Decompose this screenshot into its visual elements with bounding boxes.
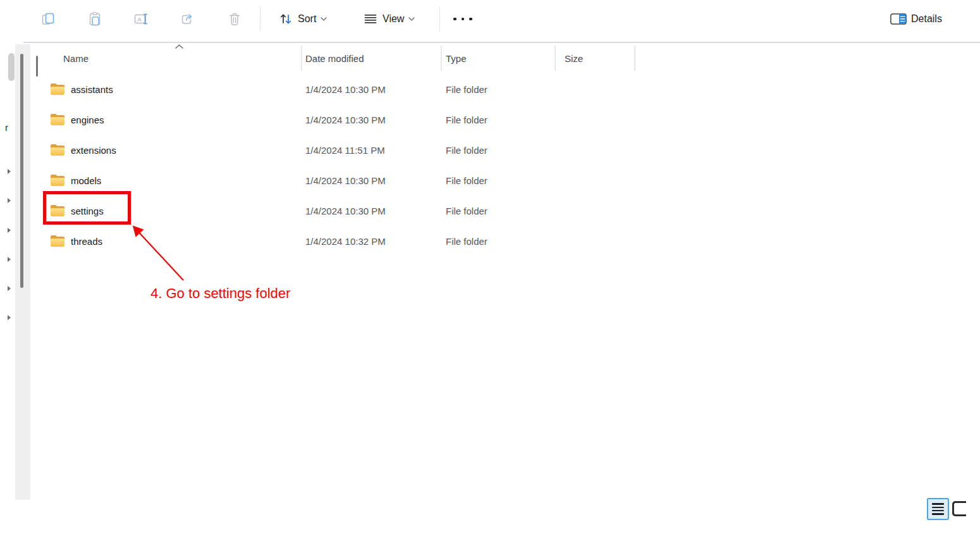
command-toolbar: A Sort — [0, 0, 980, 42]
tree-expand-chevron-icon[interactable] — [8, 286, 11, 291]
file-date-modified: 1/4/2024 11:51 PM — [305, 135, 385, 165]
delete-button[interactable] — [222, 6, 247, 32]
folder-icon — [51, 104, 64, 135]
toolbar-separator — [439, 7, 440, 31]
tree-expand-chevron-icon[interactable] — [8, 315, 11, 320]
table-row-assistants[interactable]: assistants 1/4/2024 10:30 PM File folder — [35, 74, 857, 104]
copy-button[interactable] — [35, 6, 61, 32]
view-button-label: View — [383, 13, 404, 25]
more-options-button[interactable] — [449, 6, 477, 32]
sort-arrows-icon — [278, 11, 293, 27]
trash-icon — [227, 11, 242, 27]
details-pane-button[interactable]: Details — [885, 6, 947, 32]
table-row-engines[interactable]: engines 1/4/2024 10:30 PM File folder — [35, 104, 857, 135]
file-name: engines — [71, 104, 104, 135]
svg-text:A: A — [137, 16, 142, 23]
file-type: File folder — [446, 165, 487, 196]
sort-button-label: Sort — [298, 13, 316, 25]
scrollbar-thumb[interactable] — [20, 54, 23, 288]
chevron-down-icon — [408, 17, 415, 22]
paste-icon — [87, 11, 102, 27]
share-button[interactable] — [175, 6, 200, 32]
file-date-modified: 1/4/2024 10:30 PM — [305, 74, 386, 104]
column-divider[interactable] — [554, 46, 556, 71]
column-divider[interactable] — [634, 46, 635, 71]
thumbnail-view-toggle-button[interactable] — [952, 501, 966, 516]
folder-icon — [51, 74, 64, 104]
toolbar-divider — [23, 42, 980, 43]
view-lines-icon — [363, 11, 378, 27]
folder-icon — [51, 165, 64, 196]
share-icon — [180, 11, 195, 27]
file-type: File folder — [446, 74, 487, 104]
tree-expand-chevron-icon[interactable] — [8, 169, 11, 174]
file-name: assistants — [71, 74, 113, 104]
tree-expand-chevron-icon[interactable] — [8, 228, 11, 233]
folder-icon — [51, 196, 64, 226]
table-row-threads[interactable]: threads 1/4/2024 10:32 PM File folder — [35, 226, 857, 256]
tree-expand-chevron-icon[interactable] — [8, 198, 11, 203]
details-view-toggle-button[interactable] — [927, 498, 949, 520]
details-pane-label: Details — [911, 13, 942, 25]
file-type: File folder — [446, 104, 487, 135]
file-date-modified: 1/4/2024 10:32 PM — [305, 226, 386, 256]
file-name: extensions — [71, 135, 116, 165]
annotation-step-text: 4. Go to settings folder — [150, 285, 290, 302]
sort-ascending-caret-icon — [175, 44, 184, 49]
nav-scrollbar-thumb[interactable] — [8, 53, 15, 81]
details-view-icon — [932, 503, 944, 505]
details-pane-icon — [890, 13, 907, 25]
file-date-modified: 1/4/2024 10:30 PM — [305, 196, 386, 226]
view-button[interactable]: View — [358, 6, 420, 32]
file-name: threads — [71, 226, 102, 256]
column-divider[interactable] — [301, 46, 302, 71]
copy-icon — [40, 11, 56, 27]
rename-icon: A — [133, 11, 149, 27]
more-options-icon — [453, 18, 472, 21]
file-date-modified: 1/4/2024 10:30 PM — [305, 165, 386, 196]
table-row-models[interactable]: models 1/4/2024 10:30 PM File folder — [35, 165, 857, 196]
file-name: models — [71, 165, 101, 196]
column-header-name[interactable]: Name — [63, 46, 89, 71]
chevron-down-icon — [321, 17, 327, 22]
folder-icon — [51, 226, 64, 256]
toolbar-separator — [260, 7, 260, 31]
column-header-date-modified[interactable]: Date modified — [305, 46, 364, 71]
file-explorer-window: A Sort — [0, 0, 980, 534]
column-divider[interactable] — [441, 46, 442, 71]
folder-icon — [51, 135, 64, 165]
tree-expand-chevron-icon[interactable] — [8, 257, 11, 262]
column-header-size[interactable]: Size — [565, 46, 583, 71]
file-date-modified: 1/4/2024 10:30 PM — [305, 104, 386, 135]
file-type: File folder — [446, 135, 487, 165]
file-name: settings — [71, 196, 104, 226]
sort-button[interactable]: Sort — [273, 6, 332, 32]
table-row-extensions[interactable]: extensions 1/4/2024 11:51 PM File folder — [35, 135, 857, 165]
table-row-settings[interactable]: settings 1/4/2024 10:30 PM File folder — [35, 196, 857, 226]
column-header-type[interactable]: Type — [446, 46, 467, 71]
rename-button[interactable]: A — [128, 6, 154, 32]
file-type: File folder — [446, 196, 487, 226]
paste-button[interactable] — [82, 6, 107, 32]
cropped-sidebar-text: r — [5, 122, 8, 133]
file-type: File folder — [446, 226, 487, 256]
